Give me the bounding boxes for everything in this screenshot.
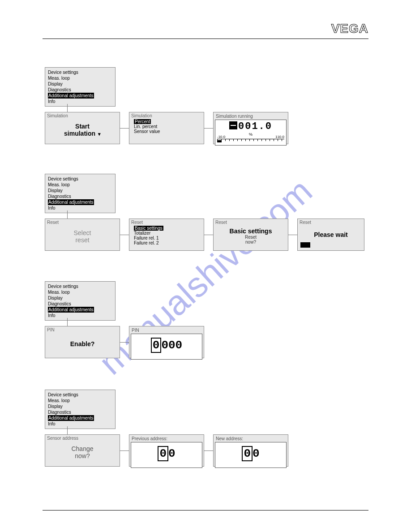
label: Enable? (70, 340, 94, 348)
device-menu[interactable]: Device settings Meas. loop Display Diagn… (45, 67, 116, 107)
screen-title: Simulation (129, 112, 204, 118)
digits-rest: 000 (161, 339, 182, 352)
simulation-value: 001.0 (215, 120, 286, 132)
menu-item-selected[interactable]: Additional adjustments (48, 93, 94, 99)
address-digits[interactable]: 00 (158, 446, 175, 461)
header-rule (43, 39, 368, 39)
menu-item[interactable]: Info (48, 99, 56, 104)
digit-active[interactable]: 0 (151, 338, 162, 353)
option[interactable]: Failure rel. 2 (134, 240, 201, 245)
screen-title: Previous address: (131, 436, 202, 441)
minus-icon (229, 121, 237, 129)
menu-item[interactable]: Info (48, 313, 56, 318)
menu-item[interactable]: Display (48, 82, 63, 86)
screen-title: Simulation running (215, 114, 287, 119)
footer-rule (43, 510, 368, 511)
menu-item[interactable]: Diagnostics (48, 301, 71, 306)
connector (204, 450, 213, 451)
connector (120, 128, 129, 129)
menu-item[interactable]: Device settings (48, 392, 78, 397)
menu-item-selected[interactable]: Additional adjustments (48, 199, 94, 205)
menu-item[interactable]: Device settings (48, 176, 78, 181)
digit-active[interactable]: 0 (158, 446, 168, 461)
pin-entry-screen[interactable]: PIN 0000 (129, 326, 204, 358)
label: simulation (64, 130, 101, 137)
reset-select-screen[interactable]: Reset Select reset (45, 219, 120, 251)
connector (67, 426, 68, 434)
menu-item-selected[interactable]: Additional adjustments (48, 415, 94, 421)
connector (204, 128, 213, 129)
reset-confirm-screen[interactable]: Reset Basic settings Reset now? (213, 219, 288, 251)
menu-item[interactable]: Device settings (48, 284, 78, 289)
device-menu[interactable]: Device settings Meas. loop Display Diagn… (45, 390, 116, 429)
screen-title: Reset (45, 219, 120, 225)
menu-item-selected[interactable]: Additional adjustments (48, 307, 94, 313)
previous-address-screen[interactable]: Previous address: 00 (129, 434, 204, 467)
screen-title: PIN (131, 328, 202, 333)
connector (67, 318, 68, 326)
label: reset (75, 236, 89, 244)
address-digits[interactable]: 00 (242, 446, 259, 461)
manual-page: VEGA manualshive.com Device settings Mea… (0, 0, 411, 532)
simulation-start-screen[interactable]: Simulation Start simulation (45, 112, 120, 144)
menu-item[interactable]: Diagnostics (48, 194, 71, 199)
menu-item[interactable]: Info (48, 421, 56, 426)
menu-item[interactable]: Meas. loop (48, 76, 70, 81)
screen-title: PIN (45, 326, 120, 332)
please-wait-label: Please wait (298, 225, 364, 238)
brand-logo: VEGA (331, 21, 368, 36)
screen-title: Reset (298, 219, 364, 225)
option-selected[interactable]: Percent (134, 119, 151, 124)
connector (120, 450, 129, 451)
option[interactable]: Sensor value (134, 129, 201, 134)
label: Change (71, 445, 93, 452)
watermark: manualshive.com (91, 171, 320, 383)
label: Start (75, 123, 90, 130)
device-menu[interactable]: Device settings Meas. loop Display Diagn… (45, 281, 116, 321)
connector (120, 235, 129, 235)
new-address-screen[interactable]: New address: 00 (213, 434, 288, 467)
screen-title: Reset (129, 219, 204, 225)
label: now? (75, 452, 90, 459)
progress-bar (217, 140, 222, 142)
device-menu[interactable]: Device settings Meas. loop Display Diagn… (45, 174, 116, 213)
menu-item[interactable]: Device settings (48, 70, 78, 75)
reset-options-screen[interactable]: Reset Basic settings Totalizer Failure r… (129, 219, 204, 251)
label: Select (74, 229, 91, 236)
pin-digits[interactable]: 0000 (151, 338, 182, 353)
connector (204, 235, 213, 235)
scale: -10.0 110.0 (217, 139, 284, 144)
simulation-options-screen[interactable]: Simulation Percent Lin. percent Sensor v… (129, 112, 204, 144)
menu-item[interactable]: Diagnostics (48, 410, 71, 415)
progress-indicator (300, 242, 310, 248)
menu-item[interactable]: Display (48, 188, 63, 193)
scale-max: 110.0 (275, 135, 284, 139)
menu-item[interactable]: Meas. loop (48, 398, 70, 403)
menu-item[interactable]: Display (48, 296, 63, 300)
option[interactable]: Totalizer (134, 231, 201, 236)
simulation-running-screen: Simulation running 001.0 % -10.0 110.0 (213, 112, 288, 144)
option-selected[interactable]: Basic settings (134, 226, 163, 231)
menu-item[interactable]: Meas. loop (48, 290, 70, 295)
digits-rest: 0 (253, 447, 260, 460)
connector (288, 235, 297, 235)
option[interactable]: Lin. percent (134, 124, 201, 129)
menu-item[interactable]: Display (48, 404, 63, 409)
connector (120, 342, 129, 343)
menu-item[interactable]: Meas. loop (48, 182, 70, 187)
pin-enable-screen[interactable]: PIN Enable? (45, 326, 120, 358)
connector (67, 104, 68, 112)
menu-item[interactable]: Info (48, 206, 56, 210)
menu-item[interactable]: Diagnostics (48, 87, 71, 92)
digits-rest: 0 (168, 447, 176, 460)
screen-title: New address: (215, 436, 287, 441)
option[interactable]: Failure rel. 1 (134, 236, 201, 240)
sensor-address-change-screen[interactable]: Sensor address Change now? (45, 434, 120, 467)
digit-active[interactable]: 0 (242, 446, 253, 461)
screen-title: Simulation (45, 112, 120, 118)
label: Reset (214, 235, 288, 240)
reset-wait-screen: Reset Please wait (297, 219, 364, 251)
scale-min: -10.0 (217, 135, 225, 139)
chevron-down-icon (97, 130, 101, 137)
connector (67, 210, 68, 219)
